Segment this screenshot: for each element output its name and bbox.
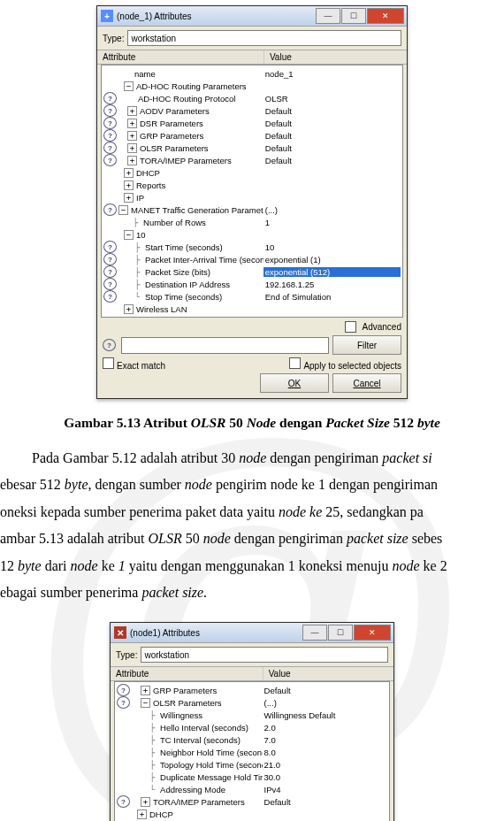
hdr-attribute[interactable]: Attribute <box>97 50 264 64</box>
apply-checkbox[interactable] <box>289 357 301 369</box>
maximize-button[interactable]: ☐ <box>328 625 353 641</box>
tree-row[interactable]: +DHCP <box>115 808 389 820</box>
attr-value[interactable]: exponential (1) <box>263 255 401 265</box>
tree-row[interactable]: ?├ Start Time (seconds)10 <box>102 241 402 253</box>
tree-row[interactable]: ?+TORA/IMEP ParametersDefault <box>115 795 389 808</box>
help-icon[interactable]: ? <box>103 129 117 142</box>
attr-value[interactable]: Default <box>263 106 401 116</box>
expand-icon[interactable]: + <box>127 131 137 141</box>
tree-row[interactable]: +IP <box>102 191 402 203</box>
tree-row[interactable]: +Wireless LAN <box>102 303 402 315</box>
tree-row[interactable]: ?+DSR ParametersDefault <box>102 117 402 129</box>
tree-row[interactable]: ├ Number of Rows1 <box>102 216 402 228</box>
attr-value[interactable]: 30.0 <box>263 772 387 782</box>
attr-value[interactable]: Default <box>263 131 401 141</box>
minimize-button[interactable]: — <box>316 8 340 24</box>
attr-value[interactable]: node_1 <box>263 69 401 79</box>
attr-value[interactable]: 2.0 <box>263 723 387 733</box>
help-icon[interactable]: ? <box>103 265 117 278</box>
attr-value[interactable]: Default <box>263 143 401 153</box>
help-icon[interactable]: ? <box>103 241 117 253</box>
collapse-icon[interactable]: − <box>124 81 134 91</box>
tree-row[interactable]: ?−MANET Traffic Generation Parameters(..… <box>102 203 402 216</box>
tree-row[interactable]: ├ Neighbor Hold Time (seconds)8.0 <box>115 746 389 758</box>
tree-row[interactable]: ?+OLSR ParametersDefault <box>102 142 402 154</box>
expand-icon[interactable]: + <box>141 797 150 807</box>
cancel-button[interactable]: Cancel <box>332 373 401 393</box>
expand-icon[interactable]: + <box>141 686 150 695</box>
expand-icon[interactable]: + <box>127 106 137 116</box>
help-icon[interactable]: ? <box>103 203 117 216</box>
tree-row[interactable]: ├ TC Interval (seconds)7.0 <box>115 733 389 746</box>
type-field[interactable]: workstation <box>127 30 401 46</box>
attr-value[interactable]: 7.0 <box>263 735 387 745</box>
tree-row[interactable]: ?└ Stop Time (seconds)End of Simulation <box>102 290 402 303</box>
expand-icon[interactable]: + <box>124 193 134 203</box>
attr-value[interactable]: 8.0 <box>263 748 387 757</box>
type-field[interactable]: workstation <box>141 647 388 663</box>
tree-row[interactable]: +DHCP <box>102 166 402 179</box>
tree-row[interactable]: ?AD-HOC Routing ProtocolOLSR <box>102 92 402 104</box>
titlebar[interactable]: ✕ (node1) Attributes — ☐ ✕ <box>111 623 393 643</box>
filter-button[interactable]: Filter <box>332 335 401 355</box>
collapse-icon[interactable]: − <box>141 698 150 708</box>
expand-icon[interactable]: + <box>137 809 147 819</box>
tree-row[interactable]: ?+GRP ParametersDefault <box>115 684 389 696</box>
hdr-value[interactable]: Value <box>263 667 393 680</box>
collapse-icon[interactable]: − <box>124 230 134 240</box>
tree-row[interactable]: ?├ Destination IP Address192.168.1.25 <box>102 278 402 290</box>
tree-row[interactable]: ?+AODV ParametersDefault <box>102 104 402 117</box>
help-icon[interactable]: ? <box>103 92 117 104</box>
help-icon[interactable]: ? <box>103 290 117 303</box>
attr-value[interactable]: End of Simulation <box>263 292 401 302</box>
tree-row[interactable]: ?−OLSR Parameters(...) <box>115 696 389 709</box>
attr-value[interactable]: exponential (512) <box>263 267 401 277</box>
tree-row[interactable]: ├ Duplicate Message Hold Time (sec...30.… <box>115 771 389 783</box>
attr-value[interactable]: OLSR <box>263 94 401 104</box>
attr-value[interactable]: Default <box>263 797 387 807</box>
tree-row[interactable]: ├ WillingnessWillingness Default <box>115 709 389 721</box>
hdr-attribute[interactable]: Attribute <box>111 667 263 680</box>
maximize-button[interactable]: ☐ <box>341 8 366 24</box>
expand-icon[interactable]: + <box>124 304 134 314</box>
attr-value[interactable]: 1 <box>263 218 401 227</box>
attr-value[interactable]: 21.0 <box>263 760 387 770</box>
tree-row[interactable]: ?├ Packet Inter-Arrival Time (seconds)ex… <box>102 253 402 265</box>
expand-icon[interactable]: + <box>127 156 137 165</box>
help-icon[interactable]: ? <box>103 117 117 129</box>
tree-row[interactable]: −AD-HOC Routing Parameters <box>102 80 402 92</box>
minimize-button[interactable]: — <box>302 625 327 641</box>
help-icon[interactable]: ? <box>117 795 130 808</box>
help-icon[interactable]: ? <box>103 142 117 154</box>
attr-value[interactable]: (...) <box>263 698 387 708</box>
collapse-icon[interactable]: − <box>118 205 128 215</box>
tree-row[interactable]: ?├ Packet Size (bits)exponential (512) <box>102 265 402 278</box>
attr-value[interactable]: Willingness Default <box>263 710 387 720</box>
tree-row[interactable]: ?+TORA/IMEP ParametersDefault <box>102 154 402 166</box>
attr-value[interactable]: 10 <box>263 242 401 252</box>
help-icon[interactable]: ? <box>117 696 130 709</box>
close-button[interactable]: ✕ <box>354 625 391 641</box>
advanced-checkbox[interactable] <box>345 321 356 333</box>
attr-value[interactable]: Default <box>263 686 387 695</box>
help-icon[interactable]: ? <box>103 253 117 265</box>
help-icon[interactable]: ? <box>103 278 117 290</box>
tree-row[interactable]: +Reports <box>102 179 402 191</box>
ok-button[interactable]: OK <box>260 373 329 393</box>
close-button[interactable]: ✕ <box>367 8 404 24</box>
tree-row[interactable]: ?+GRP ParametersDefault <box>102 129 402 142</box>
attr-value[interactable]: IPv4 <box>263 785 387 794</box>
expand-icon[interactable]: + <box>127 143 137 153</box>
tree-row[interactable]: −10 <box>102 228 402 241</box>
attr-value[interactable]: Default <box>263 119 401 128</box>
attr-value[interactable]: Default <box>263 156 401 165</box>
titlebar[interactable]: + (node_1) Attributes — ☐ ✕ <box>97 6 407 27</box>
tree-row[interactable]: └ Addressing ModeIPv4 <box>115 783 389 795</box>
tree-row[interactable]: ├ Topology Hold Time (seconds)21.0 <box>115 758 389 771</box>
expand-icon[interactable]: + <box>124 168 134 178</box>
hdr-value[interactable]: Value <box>264 50 407 64</box>
expand-icon[interactable]: + <box>127 119 137 128</box>
help-icon[interactable]: ? <box>103 339 116 351</box>
attr-value[interactable]: (...) <box>263 205 401 215</box>
help-icon[interactable]: ? <box>103 104 117 117</box>
